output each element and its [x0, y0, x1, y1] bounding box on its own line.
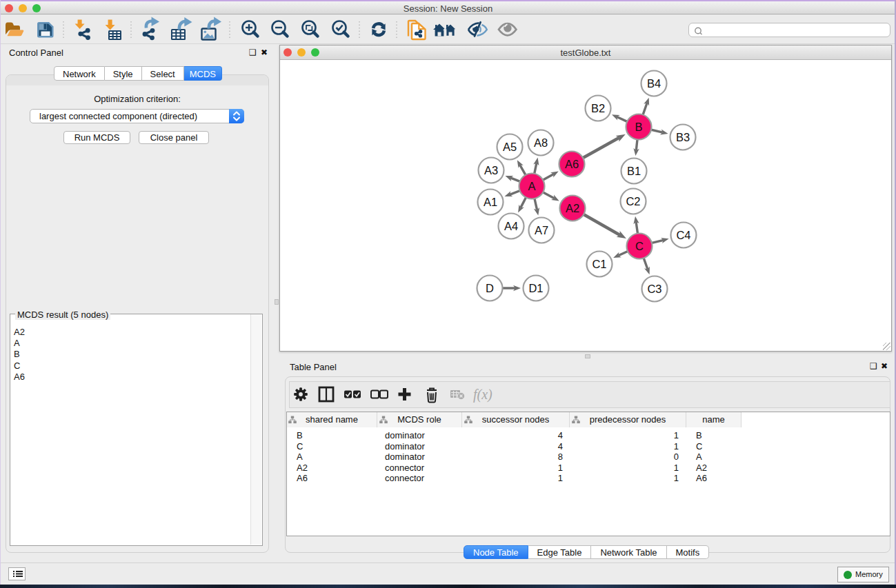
- svg-text:A4: A4: [504, 220, 518, 232]
- svg-text:B3: B3: [676, 131, 690, 143]
- svg-text:C2: C2: [626, 195, 640, 207]
- svg-text:B2: B2: [591, 102, 605, 114]
- svg-text:D1: D1: [528, 282, 543, 294]
- svg-text:C: C: [635, 240, 644, 252]
- svg-text:A3: A3: [484, 164, 498, 176]
- svg-text:C1: C1: [592, 258, 606, 270]
- svg-text:D: D: [486, 282, 494, 294]
- svg-text:C4: C4: [676, 229, 690, 241]
- svg-text:A5: A5: [503, 141, 517, 153]
- svg-text:f(x): f(x): [473, 387, 492, 403]
- svg-text:B1: B1: [627, 165, 641, 177]
- svg-text:A1: A1: [484, 196, 497, 208]
- svg-text:A6: A6: [565, 158, 579, 170]
- svg-text:A2: A2: [566, 202, 579, 214]
- svg-text:B4: B4: [647, 77, 661, 90]
- svg-text:C3: C3: [647, 283, 661, 295]
- svg-text:A7: A7: [535, 224, 548, 236]
- svg-text:B: B: [635, 121, 642, 133]
- svg-text:A: A: [528, 180, 535, 192]
- svg-text:A8: A8: [534, 136, 548, 149]
